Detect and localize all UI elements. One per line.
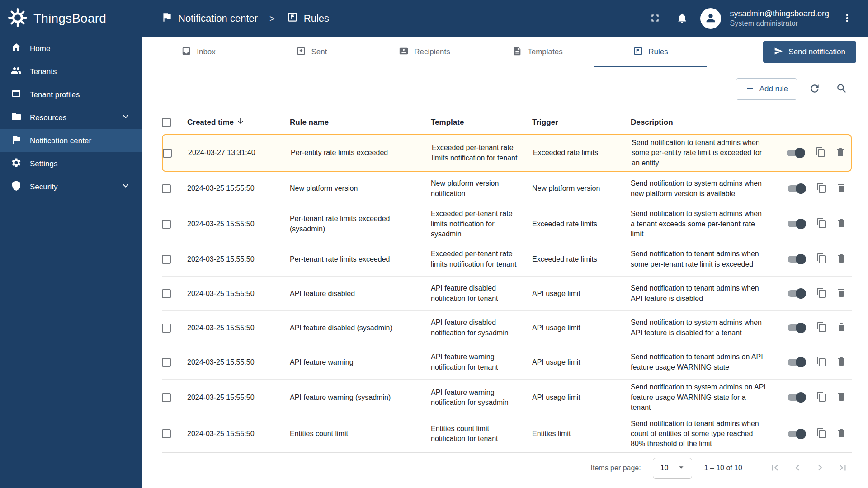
refresh-button[interactable] bbox=[805, 79, 825, 99]
copy-rule-button[interactable] bbox=[812, 424, 831, 443]
tab-templates[interactable]: Templates bbox=[481, 37, 594, 67]
send-notification-label: Send notification bbox=[788, 47, 845, 56]
copy-rule-button[interactable] bbox=[812, 179, 831, 198]
table-row[interactable]: 2024-03-25 15:55:50 API feature disabled… bbox=[162, 277, 852, 311]
enable-rule-toggle[interactable] bbox=[788, 431, 805, 437]
enable-rule-toggle[interactable] bbox=[788, 324, 805, 331]
cell-template: New platform version notification bbox=[431, 176, 532, 202]
tab-label: Templates bbox=[528, 47, 562, 56]
tab-recipients[interactable]: Recipients bbox=[368, 37, 481, 67]
cell-rule-name: API feature warning bbox=[290, 355, 431, 370]
select-all-checkbox[interactable] bbox=[162, 118, 171, 127]
gear-icon bbox=[11, 157, 22, 170]
delete-rule-button[interactable] bbox=[832, 215, 851, 234]
enable-rule-toggle[interactable] bbox=[788, 359, 805, 366]
page-size-select[interactable]: 10 bbox=[653, 458, 693, 479]
send-notification-button[interactable]: Send notification bbox=[763, 41, 856, 63]
column-header-trigger[interactable]: Trigger bbox=[532, 118, 631, 127]
user-avatar[interactable] bbox=[700, 8, 721, 29]
app-title: ThingsBoard bbox=[33, 11, 106, 26]
delete-rule-button[interactable] bbox=[832, 284, 851, 303]
table-row[interactable]: 2024-03-25 15:55:50 Per-tenant rate limi… bbox=[162, 206, 852, 242]
enable-rule-toggle[interactable] bbox=[787, 150, 804, 156]
user-menu-button[interactable] bbox=[838, 9, 856, 28]
rules-content: Add rule Created time Rule name Template bbox=[142, 67, 868, 488]
refresh-icon bbox=[809, 83, 821, 96]
sidebar-item-tenant-profiles[interactable]: Tenant profiles bbox=[0, 83, 142, 106]
copy-rule-button[interactable] bbox=[811, 144, 830, 163]
row-checkbox[interactable] bbox=[162, 220, 171, 229]
column-header-template[interactable]: Template bbox=[431, 118, 532, 127]
enable-rule-toggle[interactable] bbox=[788, 256, 805, 263]
delete-rule-button[interactable] bbox=[831, 144, 850, 163]
delete-rule-button[interactable] bbox=[832, 388, 851, 407]
cell-trigger: API usage limit bbox=[532, 286, 631, 301]
row-checkbox[interactable] bbox=[162, 184, 171, 193]
tab-inbox[interactable]: Inbox bbox=[142, 37, 255, 67]
trash-icon bbox=[836, 428, 847, 440]
table-row[interactable]: 2024-03-27 13:31:40 Per-entity rate limi… bbox=[162, 134, 852, 172]
enable-rule-toggle[interactable] bbox=[788, 394, 805, 401]
search-button[interactable] bbox=[832, 79, 852, 99]
delete-rule-button[interactable] bbox=[832, 250, 851, 269]
tab-rules[interactable]: Rules bbox=[594, 37, 707, 67]
row-checkbox[interactable] bbox=[163, 149, 172, 158]
copy-rule-button[interactable] bbox=[812, 250, 831, 269]
row-checkbox[interactable] bbox=[162, 358, 171, 367]
tab-sent[interactable]: Sent bbox=[255, 37, 368, 67]
copy-rule-button[interactable] bbox=[812, 215, 831, 234]
column-header-created-time[interactable]: Created time bbox=[187, 117, 290, 127]
table-row[interactable]: 2024-03-25 15:55:50 API feature disabled… bbox=[162, 311, 852, 345]
sidebar-item-notification-center[interactable]: Notification center bbox=[0, 129, 142, 152]
row-checkbox[interactable] bbox=[162, 429, 171, 438]
breadcrumb-item[interactable]: Notification center bbox=[178, 13, 258, 24]
trash-icon bbox=[835, 147, 846, 159]
column-label: Description bbox=[631, 118, 673, 127]
table-row[interactable]: 2024-03-25 15:55:50 Entities count limit… bbox=[162, 416, 852, 452]
delete-rule-button[interactable] bbox=[832, 424, 851, 443]
enable-rule-toggle[interactable] bbox=[788, 221, 805, 227]
column-header-description[interactable]: Description bbox=[631, 118, 774, 127]
sidebar-item-settings[interactable]: Settings bbox=[0, 152, 142, 175]
copy-rule-button[interactable] bbox=[812, 319, 831, 338]
previous-page-button[interactable] bbox=[788, 459, 807, 477]
cell-trigger: API usage limit bbox=[532, 320, 631, 336]
trash-icon bbox=[836, 183, 847, 195]
table-row[interactable]: 2024-03-25 15:55:50 Per-tenant rate limi… bbox=[162, 242, 852, 277]
row-checkbox[interactable] bbox=[162, 393, 171, 402]
column-header-rule-name[interactable]: Rule name bbox=[290, 118, 431, 127]
next-page-button[interactable] bbox=[811, 459, 829, 477]
row-checkbox[interactable] bbox=[162, 324, 171, 333]
enable-rule-toggle[interactable] bbox=[788, 185, 805, 192]
cell-rule-name: API feature warning (sysadmin) bbox=[290, 390, 431, 405]
table-row[interactable]: 2024-03-25 15:55:50 API feature warning … bbox=[162, 380, 852, 416]
sidebar-item-security[interactable]: Security bbox=[0, 175, 142, 198]
trash-icon bbox=[836, 391, 847, 404]
copy-rule-button[interactable] bbox=[812, 353, 831, 372]
table-row[interactable]: 2024-03-25 15:55:50 New platform version… bbox=[162, 172, 852, 206]
sidebar-item-label: Tenants bbox=[30, 67, 57, 76]
add-rule-button[interactable]: Add rule bbox=[736, 78, 797, 100]
copy-rule-button[interactable] bbox=[812, 388, 831, 407]
trash-icon bbox=[836, 253, 847, 265]
row-checkbox[interactable] bbox=[162, 289, 171, 298]
fullscreen-button[interactable] bbox=[646, 9, 664, 28]
sidebar-item-label: Security bbox=[30, 183, 57, 192]
table-row[interactable]: 2024-03-25 15:55:50 API feature warning … bbox=[162, 345, 852, 380]
cell-description: Send notification to tenant admins when … bbox=[631, 416, 774, 452]
delete-rule-button[interactable] bbox=[832, 319, 851, 338]
first-page-button[interactable] bbox=[766, 459, 784, 477]
last-page-button[interactable] bbox=[834, 459, 852, 477]
delete-rule-button[interactable] bbox=[832, 353, 851, 372]
enable-rule-toggle[interactable] bbox=[788, 290, 805, 297]
copy-rule-button[interactable] bbox=[812, 284, 831, 303]
notification-center-icon bbox=[11, 134, 22, 147]
notifications-bell-button[interactable] bbox=[673, 9, 691, 28]
cell-created-time: 2024-03-25 15:55:50 bbox=[187, 390, 290, 405]
sidebar-item-resources[interactable]: Resources bbox=[0, 106, 142, 129]
row-actions bbox=[774, 350, 852, 375]
delete-rule-button[interactable] bbox=[832, 179, 851, 198]
sidebar-item-home[interactable]: Home bbox=[0, 37, 142, 60]
sidebar-item-tenants[interactable]: Tenants bbox=[0, 60, 142, 83]
row-checkbox[interactable] bbox=[162, 255, 171, 264]
